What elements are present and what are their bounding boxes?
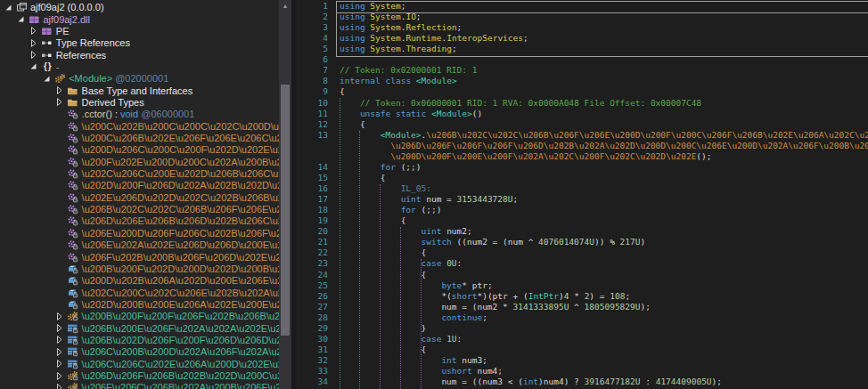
code-line[interactable]: 7// Token: 0x02000001 RID: 1 [297, 65, 868, 76]
code-line[interactable]: 3using System.Reflection; [297, 22, 868, 33]
expander-collapsed-icon[interactable] [53, 359, 66, 369]
tree-row[interactable]: \u202D\u200B\u200E\u206A\u202E\u200E\u20… [0, 298, 279, 310]
tree-row[interactable]: \u200B\u200F\u200F\u206F\u202B\u206B\u20… [0, 311, 279, 322]
tree-row[interactable]: \u206C\u200B\u200D\u202A\u206F\u202A\u20… [0, 346, 279, 358]
code-line[interactable]: 10// Token: 0x06000001 RID: 1 RVA: 0x000… [297, 98, 868, 109]
tree-row[interactable]: \u200B\u200F\u202D\u200D\u202D\u200B\u20… [0, 263, 279, 274]
code-line[interactable]: 16IL_05: [297, 183, 868, 194]
tree-row[interactable]: \u206E\u202A\u202E\u206D\u206D\u200E\u20… [0, 239, 279, 251]
code-text: switch ((num2 = (num ^ 4076014074U)) % 2… [340, 237, 645, 247]
expander-expanded-icon[interactable] [28, 61, 40, 71]
tree-row[interactable]: Type References [0, 37, 279, 49]
tree-scrollbar[interactable]: ▲ [279, 0, 291, 389]
tree-row[interactable]: \u206D\u206E\u206B\u206D\u202B\u206C\u20… [0, 215, 279, 227]
tree-row[interactable]: \u206D\u206F\u206B\u202B\u202D\u200C\u20… [0, 369, 279, 381]
expander-collapsed-icon[interactable] [53, 371, 66, 381]
code-line[interactable]: 26*(short*)(ptr + (IntPtr)4 * 2) = 108; [297, 291, 868, 302]
code-line[interactable]: 32int num3; [297, 355, 868, 366]
code-line[interactable]: 17uint num = 3153443728U; [297, 194, 868, 205]
tree-row[interactable]: \u206F\u202B\u200B\u206F\u206D\u202E\u20… [0, 251, 279, 263]
code-text: unsafe static <Module>() [340, 109, 482, 119]
code-text: continue; [340, 312, 487, 323]
code-line[interactable]: 11unsafe static <Module>() [297, 109, 868, 119]
tree-row[interactable]: \u206F\u206C\u206B\u202A\u200B\u206F\u20… [0, 382, 279, 389]
tree-row[interactable]: \u200C\u206B\u202E\u206F\u206E\u206C\u20… [0, 132, 279, 143]
code-line[interactable]: 30case 1U: [297, 334, 868, 344]
tree-row[interactable]: \u202D\u200F\u206D\u202A\u202B\u202D\u20… [0, 180, 279, 191]
tree-row[interactable]: ajf09aj2.dll [0, 13, 279, 25]
tree-row[interactable]: \u206C\u206C\u202E\u206A\u200D\u202E\u20… [0, 358, 279, 369]
expander-collapsed-icon[interactable] [53, 85, 66, 95]
expander-collapsed-icon[interactable] [53, 97, 66, 107]
code-line[interactable]: 9{ [297, 86, 868, 97]
expander-collapsed-icon[interactable] [28, 38, 40, 48]
tree-row[interactable]: <Module> @02000001 [0, 73, 279, 85]
code-line[interactable]: 24{ [297, 270, 868, 280]
scrollbar-thumb[interactable] [281, 85, 290, 336]
expander-spacer [53, 205, 66, 215]
tree-row[interactable]: \u200C\u202B\u200C\u200C\u202C\u200D\u20… [0, 120, 279, 132]
code-line[interactable]: 34num = ((num3 < (int)num4) ? 3916477182… [297, 377, 868, 387]
expander-collapsed-icon[interactable] [53, 312, 66, 321]
expander-collapsed-icon[interactable] [28, 50, 40, 60]
tree-row[interactable]: \u206B\u200E\u206F\u202A\u202A\u202E\u20… [0, 322, 279, 334]
line-number: 30 [297, 334, 328, 344]
expander-collapsed-icon[interactable] [53, 323, 66, 333]
tree-row[interactable]: \u206B\u202C\u202C\u206B\u206F\u206E\u20… [0, 203, 279, 215]
code-line[interactable]: 23case 0U: [297, 258, 868, 269]
tree-row[interactable]: \u200D\u202B\u206A\u202D\u200E\u206E\u20… [0, 275, 279, 287]
tree-item-label: \u202D\u200B\u200E\u206A\u202E\u200E\u20… [80, 299, 279, 310]
code-line[interactable]: 4using System.Runtime.InteropServices; [297, 33, 868, 44]
code-line[interactable]: 12{ [297, 119, 868, 130]
tree-row[interactable]: \u202C\u200C\u202C\u206E\u202B\u202A\u20… [0, 287, 279, 298]
tree-row[interactable]: References [0, 49, 279, 61]
expander-collapsed-icon[interactable] [53, 347, 66, 357]
code-line[interactable]: 15{ [297, 173, 868, 183]
tree-row[interactable]: Derived Types [0, 96, 279, 108]
code-line[interactable]: 2using System.IO; [297, 12, 868, 22]
code-line[interactable]: 6 [297, 54, 868, 65]
tree-item-label: \u206D\u206E\u206B\u206D\u202B\u206C\u20… [80, 215, 279, 226]
scrollbar-up-arrow-icon[interactable]: ▲ [279, 0, 291, 12]
tree-row[interactable]: PE [0, 25, 279, 36]
code-line[interactable]: 33ushort num4; [297, 366, 868, 377]
code-line[interactable]: 1using System; [297, 1, 868, 12]
line-number: 16 [297, 183, 328, 194]
tree-row[interactable]: .cctor() : void @06000001 [0, 109, 279, 120]
code-line[interactable]: 21switch ((num2 = (num ^ 4076014074U)) %… [297, 237, 868, 247]
tree-row[interactable]: ajf09aj2 (0.0.0.0) [0, 2, 279, 13]
tree-row[interactable]: \u200D\u206C\u200C\u200F\u202D\u202E\u20… [0, 144, 279, 156]
tree-row[interactable]: \u200F\u202E\u200D\u200C\u202A\u200B\u20… [0, 156, 279, 167]
code-line[interactable]: 19{ [297, 215, 868, 226]
expander-expanded-icon[interactable] [2, 3, 14, 12]
tree-row[interactable]: \u202C\u206C\u200E\u202D\u206B\u206C\u20… [0, 167, 279, 179]
code-line[interactable]: 14for (;;) [297, 162, 868, 173]
code-line[interactable]: 31{ [297, 344, 868, 355]
expander-expanded-icon[interactable] [40, 74, 53, 84]
method-icon [66, 157, 80, 167]
code-line[interactable]: 25byte* ptr; [297, 280, 868, 291]
code-text: using System.Reflection; [340, 22, 462, 33]
tree-row[interactable]: \u206E\u200D\u206F\u206C\u202B\u206F\u20… [0, 227, 279, 239]
code-line[interactable]: 22{ [297, 247, 868, 258]
code-line[interactable]: 28continue; [297, 312, 868, 323]
expander-collapsed-icon[interactable] [53, 383, 66, 389]
tree-row[interactable]: Base Type and Interfaces [0, 85, 279, 96]
tree-item-label: References [54, 50, 106, 61]
code-view[interactable]: 1using System;2using System.IO;3using Sy… [297, 0, 868, 389]
tree-row[interactable]: { }- [0, 61, 279, 72]
code-line[interactable]: 5using System.Threading; [297, 44, 868, 54]
code-line[interactable]: \u206D\u206F\u206F\u206F\u206D\u202B\u20… [297, 141, 868, 151]
expander-expanded-icon[interactable] [14, 14, 27, 24]
tree-row[interactable]: \u206B\u202D\u206F\u200F\u206D\u206D\u20… [0, 334, 279, 345]
code-line[interactable]: \u200D\u200F\u200E\u200F\u202A\u202C\u20… [297, 151, 868, 162]
code-line[interactable]: 29} [297, 323, 868, 334]
code-line[interactable]: 18for (;;) [297, 205, 868, 215]
tree-row[interactable]: \u202E\u206D\u202D\u202C\u202B\u206B\u20… [0, 191, 279, 203]
code-line[interactable]: 8internal class <Module> [297, 76, 868, 86]
expander-collapsed-icon[interactable] [53, 335, 66, 344]
code-line[interactable]: 27num = (num2 * 3141333895U ^ 1805095829… [297, 302, 868, 312]
expander-collapsed-icon[interactable] [28, 26, 40, 36]
code-line[interactable]: 20uint num2; [297, 226, 868, 237]
code-line[interactable]: 13<Module>.\u206B\u202C\u202C\u206B\u206… [297, 130, 868, 141]
